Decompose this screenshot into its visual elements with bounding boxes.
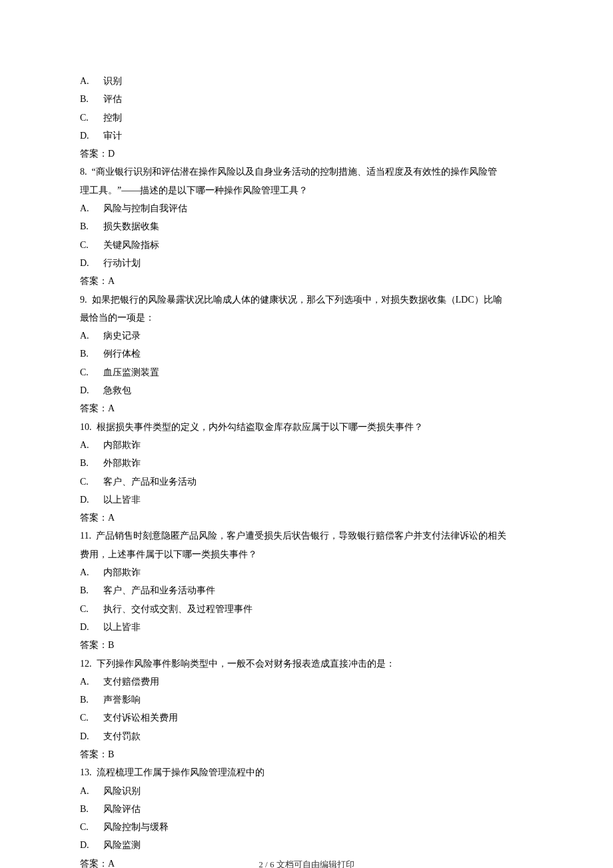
q9-opt-b-letter: B. bbox=[80, 345, 103, 363]
q8-opt-b-text: 损失数据收集 bbox=[103, 221, 159, 231]
q10-opt-b-letter: B. bbox=[80, 454, 103, 472]
q9-opt-b-text: 例行体检 bbox=[103, 349, 141, 359]
q9-stem-line2: 最恰当的一项是： bbox=[80, 309, 533, 327]
q9-stem-a: 如果把银行的风险暴露状况比喻成人体的健康状况，那么下列选项中，对损失数据收集（L… bbox=[92, 295, 502, 305]
q10-number: 10. bbox=[80, 418, 92, 436]
q12-opt-b-letter: B. bbox=[80, 691, 103, 709]
q11-option: A.内部欺诈 bbox=[80, 563, 533, 581]
q8-stem-line1: 8. “商业银行识别和评估潜在操作风险以及自身业务活动的控制措施、适当程度及有效… bbox=[80, 163, 533, 181]
q8-opt-d-letter: D. bbox=[80, 254, 103, 272]
q8-opt-d-text: 行动计划 bbox=[103, 258, 141, 268]
q10-opt-a-letter: A. bbox=[80, 436, 103, 454]
q13-opt-c-letter: C. bbox=[80, 818, 103, 836]
q7-opt-a-text: 识别 bbox=[103, 76, 122, 86]
q12-answer: 答案：B bbox=[80, 745, 533, 763]
q8-opt-c-letter: C. bbox=[80, 236, 103, 254]
q9-stem-line1: 9. 如果把银行的风险暴露状况比喻成人体的健康状况，那么下列选项中，对损失数据收… bbox=[80, 291, 533, 309]
q13-stem-text: 流程梳理工作属于操作风险管理流程中的 bbox=[97, 767, 265, 777]
q8-answer: 答案：A bbox=[80, 272, 533, 290]
q10-opt-b-text: 外部欺诈 bbox=[103, 458, 141, 468]
q8-opt-c-text: 关键风险指标 bbox=[103, 240, 159, 250]
q12-option: D.支付罚款 bbox=[80, 727, 533, 745]
q7-option: D.审计 bbox=[80, 127, 533, 145]
footer-note: 文档可自由编辑打印 bbox=[277, 859, 354, 868]
q7-answer: 答案：D bbox=[80, 145, 533, 163]
q13-opt-b-text: 风险评估 bbox=[103, 804, 141, 814]
q9-opt-c-text: 血压监测装置 bbox=[103, 367, 159, 377]
q10-opt-a-text: 内部欺诈 bbox=[103, 440, 141, 450]
q11-opt-c-letter: C. bbox=[80, 600, 103, 618]
q11-opt-a-text: 内部欺诈 bbox=[103, 567, 141, 577]
q10-stem: 10. 根据损失事件类型的定义，内外勾结盗取金库存款应属于以下哪一类损失事件？ bbox=[80, 418, 533, 436]
q13-number: 13. bbox=[80, 763, 92, 781]
q12-option: A.支付赔偿费用 bbox=[80, 673, 533, 691]
q11-stem-a: 产品销售时刻意隐匿产品风险，客户遭受损失后状告银行，导致银行赔偿客户并支付法律诉… bbox=[96, 531, 506, 541]
q12-opt-c-letter: C. bbox=[80, 709, 103, 727]
document-page: A.识别 B.评估 C.控制 D.审计 答案：D 8. “商业银行识别和评估潜在… bbox=[0, 0, 613, 868]
q9-opt-d-letter: D. bbox=[80, 381, 103, 399]
q7-option: C.控制 bbox=[80, 109, 533, 127]
q10-option: A.内部欺诈 bbox=[80, 436, 533, 454]
q11-option: D.以上皆非 bbox=[80, 618, 533, 636]
q12-option: B.声誉影响 bbox=[80, 691, 533, 709]
q7-opt-a-letter: A. bbox=[80, 72, 103, 90]
q13-opt-c-text: 风险控制与缓释 bbox=[103, 822, 169, 832]
q10-answer: 答案：A bbox=[80, 509, 533, 527]
q9-opt-c-letter: C. bbox=[80, 363, 103, 381]
q13-opt-d-text: 风险监测 bbox=[103, 840, 141, 850]
q11-stem-line2: 费用，上述事件属于以下哪一类损失事件？ bbox=[80, 545, 533, 563]
q10-option: D.以上皆非 bbox=[80, 491, 533, 509]
q8-option: B.损失数据收集 bbox=[80, 217, 533, 235]
q13-opt-b-letter: B. bbox=[80, 800, 103, 818]
q8-opt-a-text: 风险与控制自我评估 bbox=[103, 203, 187, 213]
q10-stem-text: 根据损失事件类型的定义，内外勾结盗取金库存款应属于以下哪一类损失事件？ bbox=[97, 422, 423, 432]
q8-stem-line2: 理工具。”——描述的是以下哪一种操作风险管理工具？ bbox=[80, 181, 533, 199]
q8-stem-a: “商业银行识别和评估潜在操作风险以及自身业务活动的控制措施、适当程度及有效性的操… bbox=[92, 167, 497, 177]
q13-stem: 13. 流程梳理工作属于操作风险管理流程中的 bbox=[80, 763, 533, 781]
q12-opt-b-text: 声誉影响 bbox=[103, 695, 141, 705]
q12-opt-a-letter: A. bbox=[80, 673, 103, 691]
q13-opt-a-letter: A. bbox=[80, 782, 103, 800]
q12-number: 12. bbox=[80, 655, 92, 673]
q10-option: B.外部欺诈 bbox=[80, 454, 533, 472]
q10-opt-d-letter: D. bbox=[80, 491, 103, 509]
q9-option: B.例行体检 bbox=[80, 345, 533, 363]
q11-opt-c-text: 执行、交付或交割、及过程管理事件 bbox=[103, 604, 253, 614]
q13-opt-d-letter: D. bbox=[80, 836, 103, 854]
q8-option: D.行动计划 bbox=[80, 254, 533, 272]
page-footer: 2 / 6 文档可自由编辑打印 bbox=[0, 856, 613, 868]
q11-answer: 答案：B bbox=[80, 636, 533, 654]
q8-opt-a-letter: A. bbox=[80, 199, 103, 217]
q12-opt-c-text: 支付诉讼相关费用 bbox=[103, 713, 178, 723]
q10-opt-c-letter: C. bbox=[80, 473, 103, 491]
q9-option: C.血压监测装置 bbox=[80, 363, 533, 381]
q13-option: C.风险控制与缓释 bbox=[80, 818, 533, 836]
q13-option: D.风险监测 bbox=[80, 836, 533, 854]
q8-number: 8. bbox=[80, 163, 87, 181]
q11-opt-d-text: 以上皆非 bbox=[103, 622, 141, 632]
q10-option: C.客户、产品和业务活动 bbox=[80, 473, 533, 491]
q10-opt-c-text: 客户、产品和业务活动 bbox=[103, 477, 197, 487]
q9-option: A.病史记录 bbox=[80, 327, 533, 345]
q11-opt-a-letter: A. bbox=[80, 563, 103, 581]
q12-option: C.支付诉讼相关费用 bbox=[80, 709, 533, 727]
q9-answer: 答案：A bbox=[80, 399, 533, 417]
q12-stem-text: 下列操作风险事件影响类型中，一般不会对财务报表造成直接冲击的是： bbox=[97, 659, 395, 669]
q9-number: 9. bbox=[80, 291, 87, 309]
q8-opt-b-letter: B. bbox=[80, 217, 103, 235]
q7-opt-d-text: 审计 bbox=[103, 131, 122, 141]
q11-stem-line1: 11. 产品销售时刻意隐匿产品风险，客户遭受损失后状告银行，导致银行赔偿客户并支… bbox=[80, 527, 533, 545]
q11-option: C.执行、交付或交割、及过程管理事件 bbox=[80, 600, 533, 618]
q13-option: B.风险评估 bbox=[80, 800, 533, 818]
q7-opt-c-text: 控制 bbox=[103, 113, 122, 123]
q11-number: 11. bbox=[80, 527, 91, 545]
q12-opt-a-text: 支付赔偿费用 bbox=[103, 677, 159, 687]
q7-opt-b-text: 评估 bbox=[103, 94, 122, 104]
q7-opt-b-letter: B. bbox=[80, 90, 103, 108]
q11-opt-b-letter: B. bbox=[80, 581, 103, 599]
q11-opt-d-letter: D. bbox=[80, 618, 103, 636]
q8-option: C.关键风险指标 bbox=[80, 236, 533, 254]
q9-opt-d-text: 急救包 bbox=[103, 385, 131, 395]
q7-option: A.识别 bbox=[80, 72, 533, 90]
q7-opt-c-letter: C. bbox=[80, 109, 103, 127]
